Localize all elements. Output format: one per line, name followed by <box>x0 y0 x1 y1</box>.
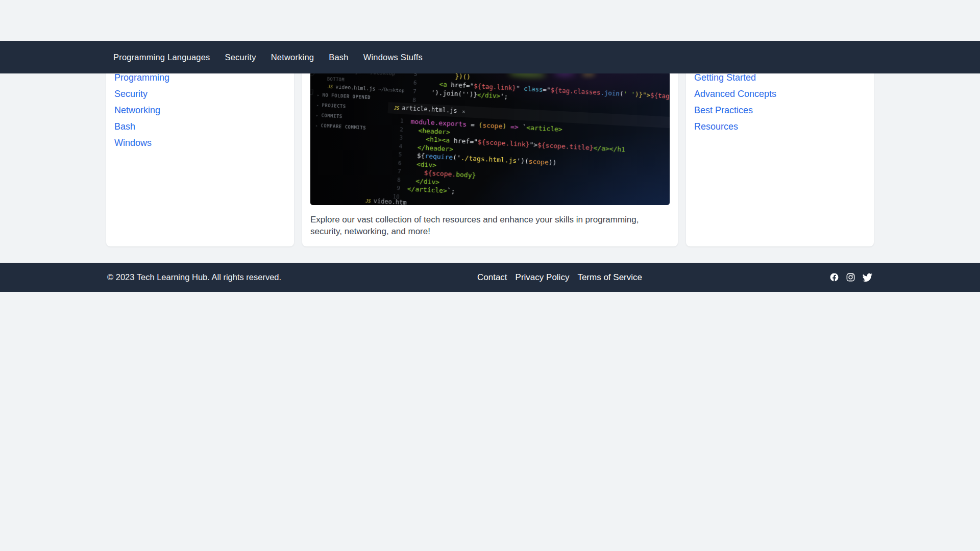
link-advanced-concepts[interactable]: Advanced Concepts <box>694 89 776 99</box>
list-item: Security <box>114 86 294 102</box>
nav-item-windows-stuffs[interactable]: Windows Stuffs <box>363 53 423 62</box>
categories-link-list: Programming Security Networking Bash Win… <box>106 69 294 151</box>
nav-item-security[interactable]: Security <box>225 53 256 62</box>
caret-icon: ▸ <box>316 113 319 118</box>
feature-card: le.html.js ~/Desktop BOTTOM JSvideo.html… <box>302 64 678 246</box>
list-item: Best Practices <box>694 102 874 118</box>
photo-scene: le.html.js ~/Desktop BOTTOM JSvideo.html… <box>310 71 670 205</box>
caret-icon: ▸ <box>315 123 318 128</box>
navbar-links: Programming Languages Security Networkin… <box>113 53 423 62</box>
photo-explorer-open-file: JSvideo.html.js ~/Desktop <box>328 84 405 93</box>
page-footer: © 2023 Tech Learning Hub. All rights res… <box>0 263 980 292</box>
resources-link-list: Getting Started Advanced Concepts Best P… <box>686 69 874 135</box>
link-getting-started[interactable]: Getting Started <box>694 72 756 83</box>
caret-icon: ▸ <box>316 103 320 108</box>
footer-links: Contact Privacy Policy Terms of Service <box>477 263 642 292</box>
nav-item-bash[interactable]: Bash <box>329 53 348 62</box>
link-bash[interactable]: Bash <box>114 121 135 132</box>
copyright-text: © 2023 Tech Learning Hub. All rights res… <box>107 263 281 292</box>
resources-card: Getting Started Advanced Concepts Best P… <box>686 64 874 246</box>
list-item: Windows <box>114 135 294 151</box>
instagram-icon[interactable] <box>846 272 855 282</box>
list-item: Networking <box>114 102 294 118</box>
photo-explorer-label: BOTTOM <box>327 77 345 83</box>
footer-link-contact[interactable]: Contact <box>477 272 507 283</box>
js-file-icon: JS <box>365 198 371 204</box>
link-networking[interactable]: Networking <box>114 105 160 116</box>
top-navbar: Programming Languages Security Networkin… <box>0 41 980 73</box>
photo-explorer-tree: ▸NO FOLDER OPENED▸PROJECTS▸COMMITS▸COMPA… <box>315 92 371 136</box>
link-windows[interactable]: Windows <box>114 138 152 148</box>
js-file-icon: JS <box>394 106 400 111</box>
link-security[interactable]: Security <box>114 89 148 99</box>
photo-tree-item: ▸COMPARE COMMITS <box>315 123 369 136</box>
list-item: Advanced Concepts <box>694 86 874 102</box>
caret-icon: ▸ <box>317 93 320 97</box>
photo-explorer: le.html.js ~/Desktop BOTTOM JSvideo.html… <box>321 71 382 127</box>
code-editor-photo: le.html.js ~/Desktop BOTTOM JSvideo.html… <box>310 71 670 205</box>
editor-activity-icon <box>310 89 313 95</box>
page: Programming Languages Security Networkin… <box>0 0 980 551</box>
link-programming[interactable]: Programming <box>114 72 169 83</box>
facebook-icon[interactable] <box>829 272 839 282</box>
photo-code-main: 1module.exports = (scope) => `<article>2… <box>389 117 627 205</box>
nav-item-networking[interactable]: Networking <box>271 53 314 62</box>
footer-link-terms-of-service[interactable]: Terms of Service <box>577 272 642 283</box>
list-item: Bash <box>114 118 294 135</box>
content-row: Programming Security Networking Bash Win… <box>106 64 874 246</box>
categories-card: Programming Security Networking Bash Win… <box>106 64 294 246</box>
feature-description: Explore our vast collection of tech reso… <box>310 214 670 237</box>
footer-social <box>829 263 872 292</box>
js-file-icon: JS <box>328 84 333 90</box>
link-best-practices[interactable]: Best Practices <box>694 105 753 116</box>
list-item: Resources <box>694 118 874 135</box>
tab-close-icon: ✕ <box>462 109 465 114</box>
link-resources[interactable]: Resources <box>694 121 738 132</box>
nav-item-programming-languages[interactable]: Programming Languages <box>113 53 210 62</box>
footer-link-privacy-policy[interactable]: Privacy Policy <box>516 272 570 283</box>
twitter-icon[interactable] <box>862 273 872 282</box>
